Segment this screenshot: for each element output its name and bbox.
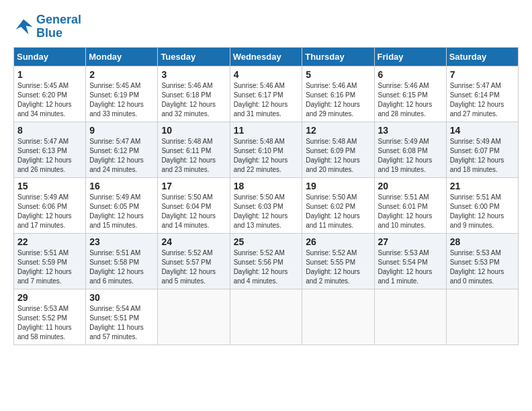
calendar-day-cell: 27Sunrise: 5:53 AM Sunset: 5:54 PM Dayli… (374, 233, 446, 289)
calendar-day-cell: 8Sunrise: 5:47 AM Sunset: 6:13 PM Daylig… (14, 122, 86, 177)
day-info: Sunrise: 5:47 AM Sunset: 6:14 PM Dayligh… (450, 81, 515, 119)
day-number: 19 (306, 181, 370, 191)
logo: General Blue (13, 13, 81, 40)
day-info: Sunrise: 5:50 AM Sunset: 6:02 PM Dayligh… (306, 193, 370, 230)
day-number: 25 (234, 236, 299, 247)
day-number: 12 (306, 125, 370, 136)
day-info: Sunrise: 5:49 AM Sunset: 6:08 PM Dayligh… (378, 137, 443, 175)
calendar-week-row: 15Sunrise: 5:49 AM Sunset: 6:06 PM Dayli… (14, 177, 519, 233)
calendar-day-cell: 14Sunrise: 5:49 AM Sunset: 6:07 PM Dayli… (446, 122, 518, 177)
logo-icon (13, 17, 34, 37)
day-info: Sunrise: 5:45 AM Sunset: 6:20 PM Dayligh… (17, 81, 82, 119)
day-info: Sunrise: 5:49 AM Sunset: 6:07 PM Dayligh… (450, 137, 515, 175)
calendar-day-cell: 6Sunrise: 5:46 AM Sunset: 6:15 PM Daylig… (374, 66, 446, 122)
calendar-day-cell: 18Sunrise: 5:50 AM Sunset: 6:03 PM Dayli… (230, 177, 302, 233)
day-number: 1 (17, 69, 82, 80)
day-info: Sunrise: 5:48 AM Sunset: 6:09 PM Dayligh… (306, 137, 370, 175)
day-info: Sunrise: 5:51 AM Sunset: 5:59 PM Dayligh… (17, 248, 82, 286)
day-number: 13 (378, 125, 443, 136)
calendar-body: 1Sunrise: 5:45 AM Sunset: 6:20 PM Daylig… (14, 66, 519, 345)
calendar-day-cell (446, 289, 518, 345)
day-info: Sunrise: 5:45 AM Sunset: 6:19 PM Dayligh… (89, 81, 154, 119)
day-number: 16 (89, 181, 154, 191)
calendar-day-cell (374, 289, 446, 345)
day-number: 21 (450, 181, 515, 191)
calendar-day-cell: 30Sunrise: 5:54 AM Sunset: 5:51 PM Dayli… (86, 289, 158, 345)
day-number: 26 (306, 236, 370, 247)
day-info: Sunrise: 5:46 AM Sunset: 6:15 PM Dayligh… (378, 81, 443, 119)
calendar-day-cell: 5Sunrise: 5:46 AM Sunset: 6:16 PM Daylig… (302, 66, 374, 122)
day-info: Sunrise: 5:51 AM Sunset: 6:00 PM Dayligh… (450, 193, 515, 230)
day-info: Sunrise: 5:52 AM Sunset: 5:56 PM Dayligh… (234, 248, 299, 286)
calendar-day-cell: 26Sunrise: 5:52 AM Sunset: 5:55 PM Dayli… (302, 233, 374, 289)
day-info: Sunrise: 5:46 AM Sunset: 6:16 PM Dayligh… (306, 81, 370, 119)
calendar-day-cell: 2Sunrise: 5:45 AM Sunset: 6:19 PM Daylig… (86, 66, 158, 122)
calendar-day-cell: 15Sunrise: 5:49 AM Sunset: 6:06 PM Dayli… (14, 177, 86, 233)
day-info: Sunrise: 5:54 AM Sunset: 5:51 PM Dayligh… (89, 304, 154, 342)
weekday-header: Saturday (446, 47, 518, 66)
calendar-day-cell: 19Sunrise: 5:50 AM Sunset: 6:02 PM Dayli… (302, 177, 374, 233)
day-number: 4 (234, 69, 299, 80)
day-number: 6 (378, 69, 443, 80)
logo-text: General Blue (36, 13, 81, 40)
day-number: 24 (161, 236, 226, 247)
weekday-header: Tuesday (158, 47, 230, 66)
weekday-header: Thursday (302, 47, 374, 66)
day-number: 29 (17, 292, 82, 303)
day-number: 17 (161, 181, 226, 191)
day-info: Sunrise: 5:49 AM Sunset: 6:05 PM Dayligh… (89, 193, 154, 230)
day-number: 3 (161, 69, 226, 80)
calendar-day-cell: 11Sunrise: 5:48 AM Sunset: 6:10 PM Dayli… (230, 122, 302, 177)
calendar-day-cell: 25Sunrise: 5:52 AM Sunset: 5:56 PM Dayli… (230, 233, 302, 289)
day-number: 2 (89, 69, 154, 80)
calendar-day-cell (158, 289, 230, 345)
day-number: 9 (89, 125, 154, 136)
calendar-day-cell: 1Sunrise: 5:45 AM Sunset: 6:20 PM Daylig… (14, 66, 86, 122)
calendar-day-cell: 24Sunrise: 5:52 AM Sunset: 5:57 PM Dayli… (158, 233, 230, 289)
calendar-day-cell: 20Sunrise: 5:51 AM Sunset: 6:01 PM Dayli… (374, 177, 446, 233)
calendar-day-cell: 28Sunrise: 5:53 AM Sunset: 5:53 PM Dayli… (446, 233, 518, 289)
day-number: 27 (378, 236, 443, 247)
weekday-header-row: SundayMondayTuesdayWednesdayThursdayFrid… (14, 47, 519, 66)
day-number: 11 (234, 125, 299, 136)
calendar-day-cell: 21Sunrise: 5:51 AM Sunset: 6:00 PM Dayli… (446, 177, 518, 233)
calendar-day-cell (302, 289, 374, 345)
day-info: Sunrise: 5:46 AM Sunset: 6:18 PM Dayligh… (161, 81, 226, 119)
day-info: Sunrise: 5:49 AM Sunset: 6:06 PM Dayligh… (17, 193, 82, 230)
day-info: Sunrise: 5:53 AM Sunset: 5:52 PM Dayligh… (17, 304, 82, 342)
day-info: Sunrise: 5:50 AM Sunset: 6:04 PM Dayligh… (161, 193, 226, 230)
calendar-day-cell: 3Sunrise: 5:46 AM Sunset: 6:18 PM Daylig… (158, 66, 230, 122)
day-number: 15 (17, 181, 82, 191)
day-info: Sunrise: 5:52 AM Sunset: 5:55 PM Dayligh… (306, 248, 370, 286)
day-info: Sunrise: 5:47 AM Sunset: 6:13 PM Dayligh… (17, 137, 82, 175)
day-info: Sunrise: 5:47 AM Sunset: 6:12 PM Dayligh… (89, 137, 154, 175)
calendar-week-row: 1Sunrise: 5:45 AM Sunset: 6:20 PM Daylig… (14, 66, 519, 122)
day-info: Sunrise: 5:52 AM Sunset: 5:57 PM Dayligh… (161, 248, 226, 286)
calendar-day-cell: 23Sunrise: 5:51 AM Sunset: 5:58 PM Dayli… (86, 233, 158, 289)
day-number: 7 (450, 69, 515, 80)
day-info: Sunrise: 5:53 AM Sunset: 5:54 PM Dayligh… (378, 248, 443, 286)
svg-marker-0 (16, 19, 33, 35)
calendar-day-cell: 10Sunrise: 5:48 AM Sunset: 6:11 PM Dayli… (158, 122, 230, 177)
day-number: 14 (450, 125, 515, 136)
calendar-day-cell: 16Sunrise: 5:49 AM Sunset: 6:05 PM Dayli… (86, 177, 158, 233)
day-info: Sunrise: 5:50 AM Sunset: 6:03 PM Dayligh… (234, 193, 299, 230)
day-info: Sunrise: 5:48 AM Sunset: 6:10 PM Dayligh… (234, 137, 299, 175)
day-number: 8 (17, 125, 82, 136)
weekday-header: Monday (86, 47, 158, 66)
weekday-header: Friday (374, 47, 446, 66)
calendar-day-cell (230, 289, 302, 345)
day-number: 18 (234, 181, 299, 191)
day-number: 5 (306, 69, 370, 80)
calendar-day-cell: 4Sunrise: 5:46 AM Sunset: 6:17 PM Daylig… (230, 66, 302, 122)
calendar-day-cell: 12Sunrise: 5:48 AM Sunset: 6:09 PM Dayli… (302, 122, 374, 177)
day-number: 22 (17, 236, 82, 247)
calendar-table: SundayMondayTuesdayWednesdayThursdayFrid… (13, 47, 519, 345)
weekday-header: Wednesday (230, 47, 302, 66)
day-info: Sunrise: 5:51 AM Sunset: 6:01 PM Dayligh… (378, 193, 443, 230)
calendar-week-row: 8Sunrise: 5:47 AM Sunset: 6:13 PM Daylig… (14, 122, 519, 177)
calendar-day-cell: 7Sunrise: 5:47 AM Sunset: 6:14 PM Daylig… (446, 66, 518, 122)
day-number: 10 (161, 125, 226, 136)
calendar-day-cell: 22Sunrise: 5:51 AM Sunset: 5:59 PM Dayli… (14, 233, 86, 289)
page-header: General Blue (13, 13, 519, 40)
